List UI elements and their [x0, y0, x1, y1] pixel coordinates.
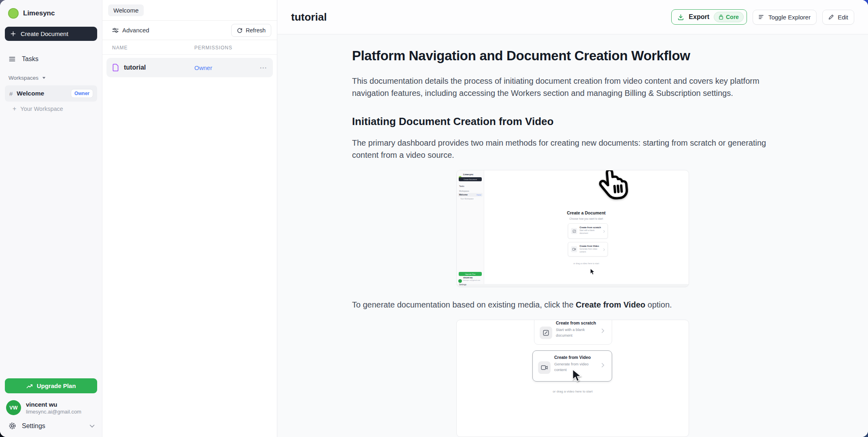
explorer-toolbar: Advanced Refresh: [102, 21, 277, 40]
fig2-card-create-from-video: Create from Video Generate from videocon…: [532, 350, 612, 382]
mini-modal-title: Create a Document: [484, 210, 689, 216]
drag-hint-text: or drag a video here to start: [457, 390, 689, 393]
tab-welcome[interactable]: Welcome: [108, 4, 144, 16]
page-title: tutorial: [291, 11, 327, 23]
mini-edit-square-icon: [571, 228, 577, 234]
doc-paragraph-2: The primary dashboard provides two main …: [352, 137, 794, 161]
row-permission[interactable]: Owner: [194, 64, 212, 71]
row-name: tutorial: [124, 64, 146, 71]
mini-workspaces-label: Workspaces: [459, 190, 469, 192]
settings-label: Settings: [22, 422, 45, 430]
upgrade-plan-button[interactable]: Upgrade Plan: [5, 378, 97, 393]
hash-icon: #: [9, 90, 13, 97]
hamburger-icon: [9, 55, 16, 63]
doc-heading-1: Platform Navigation and Document Creatio…: [352, 48, 794, 64]
screenshot-frame: Limesync Create Document Tasks Workspace…: [456, 170, 689, 287]
mini-card-create-from-video: Create from Video Generate from videocon…: [568, 242, 608, 257]
sidebar-item-your-workspace[interactable]: + Your Workspace: [5, 105, 97, 112]
chevron-down-icon: [89, 424, 95, 428]
core-plan-badge: Core: [714, 12, 744, 22]
mini-app: Limesync Create Document Tasks Workspace…: [457, 170, 689, 284]
workspaces-section-toggle[interactable]: Workspaces: [5, 75, 97, 81]
mini-upgrade-button: Upgrade Plan: [459, 272, 482, 276]
user-email: limesync.ai@gmail.com: [26, 408, 81, 415]
caret-down-icon: [42, 76, 46, 79]
gear-icon: [9, 422, 16, 430]
sidebar-item-welcome-workspace[interactable]: # Welcome Owner: [5, 85, 97, 102]
mini-chevron-right-icon: [603, 227, 605, 235]
pointer-cursor-icon: [590, 268, 595, 277]
mini-create-modal: Create a Document Choose how you want to…: [484, 170, 689, 284]
document-content[interactable]: Platform Navigation and Document Creatio…: [277, 34, 868, 437]
table-row[interactable]: tutorial Owner ···: [106, 58, 273, 77]
pointer-cursor-icon: [572, 369, 581, 384]
table-header: NAME PERMISSIONS: [102, 40, 277, 55]
export-label: Export: [689, 13, 709, 21]
trending-up-icon: [26, 383, 33, 389]
mini-user-name: vincent wu: [463, 277, 472, 279]
toggle-explorer-button[interactable]: Toggle Explorer: [753, 10, 817, 25]
mini-avatar: [458, 279, 462, 283]
column-header-name: NAME: [112, 45, 194, 51]
video-camera-icon: [538, 361, 551, 374]
sliders-icon: [112, 28, 119, 33]
mini-user-email: limesync.ai@gmail.com: [463, 280, 480, 282]
pencil-icon: [828, 14, 834, 20]
user-name: vincent wu: [26, 401, 81, 408]
workspaces-label: Workspaces: [9, 75, 38, 81]
screenshot-frame: Create from scratch Start with a blankdo…: [456, 320, 689, 437]
brand-name: Limesync: [23, 9, 55, 17]
mini-brand: Limesync: [463, 173, 473, 176]
doc-paragraph-1: This documentation details the process o…: [352, 75, 794, 99]
hand-cursor-icon: [597, 170, 632, 208]
edit-button[interactable]: Edit: [822, 10, 854, 25]
plus-icon: [10, 31, 16, 37]
workspace-name: Welcome: [17, 90, 44, 97]
mini-modal-subtitle: Choose how you want to start: [484, 217, 689, 221]
advanced-filter-button[interactable]: Advanced: [108, 27, 149, 34]
embedded-screenshot-create-options: Create from scratch Start with a blankdo…: [456, 320, 689, 437]
refresh-button[interactable]: Refresh: [231, 24, 271, 37]
doc-paragraph-3: To generate documentation based on exist…: [352, 299, 794, 311]
document-icon: [112, 64, 119, 72]
edit-label: Edit: [838, 14, 848, 21]
create-document-button[interactable]: Create Document: [5, 27, 97, 41]
toggle-explorer-label: Toggle Explorer: [768, 14, 811, 21]
core-label: Core: [726, 14, 739, 20]
mini-your-workspace: Your Workspace: [460, 198, 474, 200]
main-area: tutorial Export Core: [277, 0, 868, 437]
sidebar-item-tasks[interactable]: Tasks: [5, 55, 97, 63]
tasks-label: Tasks: [22, 55, 38, 63]
chevron-right-icon: [601, 362, 604, 369]
row-more-button[interactable]: ···: [260, 64, 267, 71]
sidebar: Limesync Create Document Tasks Workspace…: [0, 0, 102, 437]
list-lines-icon: [759, 15, 765, 19]
mini-settings: Settings: [459, 283, 466, 286]
plus-icon: +: [13, 105, 16, 112]
embedded-screenshot-dashboard: Limesync Create Document Tasks Workspace…: [456, 170, 689, 287]
create-document-label: Create Document: [21, 30, 68, 37]
refresh-icon: [237, 28, 243, 33]
edit-square-icon: [540, 327, 552, 339]
column-header-permissions: PERMISSIONS: [194, 45, 232, 51]
mini-chevron-right-icon: [603, 246, 605, 253]
sidebar-item-settings[interactable]: Settings: [5, 422, 97, 431]
avatar: VW: [6, 400, 21, 415]
explorer-panel: Welcome Advanced Refresh NAME PER: [102, 0, 277, 437]
fig2-card-create-from-scratch: Create from scratch Start with a blankdo…: [534, 320, 612, 345]
mini-video-icon: [571, 246, 577, 252]
upgrade-plan-label: Upgrade Plan: [37, 382, 76, 389]
download-icon: [677, 14, 684, 21]
advanced-label: Advanced: [122, 27, 149, 34]
mini-welcome-item: Welcome Owner: [458, 193, 483, 197]
header-actions: Export Core Toggle Explorer: [671, 9, 854, 25]
mini-card-create-from-scratch: Create from scratch Start with a blankdo…: [568, 223, 608, 239]
owner-badge: Owner: [71, 89, 93, 98]
bold-create-from-video: Create from Video: [576, 300, 645, 309]
your-workspace-label: Your Workspace: [20, 106, 63, 112]
mini-sidebar: Limesync Create Document Tasks Workspace…: [457, 170, 484, 284]
document-header: tutorial Export Core: [277, 0, 868, 34]
export-button[interactable]: Export Core: [671, 9, 747, 25]
brand: Limesync: [5, 8, 97, 19]
user-account[interactable]: VW vincent wu limesync.ai@gmail.com: [5, 400, 97, 415]
